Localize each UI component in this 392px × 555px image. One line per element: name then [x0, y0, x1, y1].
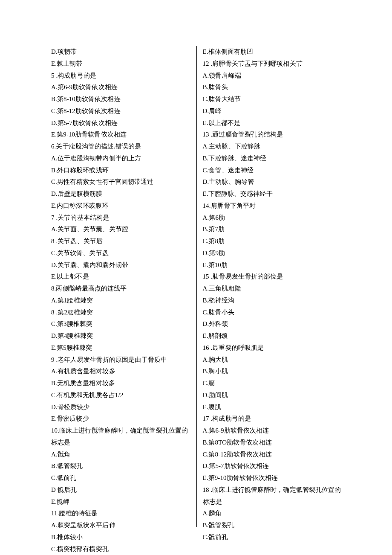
text-line: A.棘突呈板状水平后伸 — [51, 520, 190, 532]
text-line: B.外口称股环或浅环 — [51, 165, 190, 177]
text-line: 8.两侧髂嵴最高点的连线平 — [51, 283, 190, 295]
text-line: B.桡神经沟 — [203, 295, 342, 307]
text-line: 6.关于腹股沟管的描述,错误的是 — [51, 141, 190, 153]
text-line: A.第1腰椎棘突 — [51, 295, 190, 307]
text-line: A.骶角 — [51, 449, 190, 461]
text-line: C.男性有精索女性有子宫圆韧带通过 — [51, 176, 190, 188]
text-line: C.第8肋 — [203, 235, 342, 247]
left-column: D.项韧带E.棘上韧带5 .构成肋弓的是A.第6-9肋软骨依次相连B.第8-10… — [51, 46, 196, 529]
text-line: B.第8TO肋软骨依次相连 — [203, 437, 342, 449]
text-line: E.椎体侧面有肋凹 — [203, 46, 342, 58]
document-page: D.项韧带E.棘上韧带5 .构成肋弓的是A.第6-9肋软骨依次相连B.第8-10… — [0, 0, 392, 555]
text-line: A.有机质含量相对较多 — [51, 366, 190, 378]
text-line: B.骶管裂孔 — [51, 460, 190, 472]
text-line: 14.肩胛骨下角平对 — [203, 200, 342, 212]
text-line: D.关节囊、囊内和囊外韧带 — [51, 259, 190, 271]
text-line: C.第8-12肋软骨依次相连 — [51, 105, 190, 117]
text-line: D.肩峰 — [203, 105, 342, 117]
text-line: E.第9-10肋骨软骨依次相连 — [51, 129, 190, 141]
text-line: 12 .肩胛骨关节盂与下列哪项相关节 — [203, 58, 342, 70]
text-line: C.横突根部有横突孔 — [51, 543, 190, 555]
columns-container: D.项韧带E.棘上韧带5 .构成肋弓的是A.第6-9肋软骨依次相连B.第8-10… — [51, 46, 342, 529]
text-line: E.第10肋 — [203, 259, 342, 271]
text-line: A.第6-9肋软骨依次相连 — [51, 81, 190, 93]
text-line: 18 .临床上进行骶管麻醉时，确定骶管裂孔位置的标志是 — [203, 484, 342, 508]
text-line: D.第5-7肋软骨依次相连 — [203, 460, 342, 472]
text-line: 9 .老年人易发生骨折的原因是由于骨质中 — [51, 354, 190, 366]
text-line: E.骨密质较少 — [51, 413, 190, 425]
text-line: C.食管、迷走神经 — [203, 165, 342, 177]
text-line: B.第8-10肋软骨依次相连 — [51, 93, 190, 105]
text-line: D.第9肋 — [203, 247, 342, 259]
text-line: A.第6肋 — [203, 212, 342, 224]
text-line: E.第9-10肋骨软骨依次相连 — [203, 472, 342, 484]
text-line: E.骶岬 — [51, 496, 190, 508]
text-line: E.解剖颈 — [203, 330, 342, 342]
text-line: D.第5-7肋软骨依次相连 — [51, 117, 190, 129]
text-line: C.第3腰椎棘突 — [51, 318, 190, 330]
text-line: 10.临床上进行骶管麻醉时，确定骶管裂孔位置的标志是 — [51, 425, 190, 449]
text-line: C.骶前孔 — [203, 532, 342, 543]
text-line: A.主动脉、下腔静脉 — [203, 141, 342, 153]
text-line: 15 .肱骨易发生骨折的部位是 — [203, 271, 342, 283]
text-line: A.关节面、关节囊、关节腔 — [51, 224, 190, 235]
text-line: D.项韧带 — [51, 46, 190, 58]
text-line: B.椎体较小 — [51, 532, 190, 543]
text-line: D.肋间肌 — [203, 389, 342, 401]
text-line: A.麟角 — [203, 508, 342, 520]
text-line: D.第4腰椎棘突 — [51, 330, 190, 342]
text-line: C.关节软骨、关节盘 — [51, 247, 190, 259]
text-line: A.第6-9肋软骨依次相连 — [203, 425, 342, 437]
text-line: 13 .通过膈食管裂孔的结构是 — [203, 129, 342, 141]
text-line: D.主动脉、胸导管 — [203, 176, 342, 188]
text-line: A.三角肌粗隆 — [203, 283, 342, 295]
text-line: E.下腔静脉、交感神经干 — [203, 188, 342, 200]
text-line: B.肱骨头 — [203, 81, 342, 93]
text-line: E.以上都不是 — [51, 271, 190, 283]
text-line: B.胸小肌 — [203, 366, 342, 378]
text-line: D.外科颈 — [203, 318, 342, 330]
text-line: C.有机质和无机质各占1/2 — [51, 389, 190, 401]
text-line: E.腹肌 — [203, 401, 342, 413]
text-line: E.第5腰椎棘突 — [51, 342, 190, 354]
text-line: D 骶后孔 — [51, 484, 190, 496]
text-line: D.骨松质较少 — [51, 401, 190, 413]
text-line: A.锁骨肩峰端 — [203, 70, 342, 82]
text-line: E.棘上韧带 — [51, 58, 190, 70]
text-line: E.内口称深环或腹环 — [51, 200, 190, 212]
text-line: C.肱骨小头 — [203, 307, 342, 319]
text-line: 8 .第2腰椎棘突 — [51, 307, 190, 319]
text-line: B.第7肋 — [203, 224, 342, 235]
text-line: C.膈 — [203, 378, 342, 389]
text-line: D.后壁是腹横筋膜 — [51, 188, 190, 200]
text-line: C.骶前孔 — [51, 472, 190, 484]
text-line: B.下腔静脉、迷走神经 — [203, 153, 342, 165]
text-line: C.第8-12肋软骨依次相连 — [203, 449, 342, 461]
text-line: 7 .关节的基本结构是 — [51, 212, 190, 224]
text-line: E.以上都不是 — [203, 117, 342, 129]
right-column: E.椎体侧面有肋凹12 .肩胛骨关节盂与下列哪项相关节A.锁骨肩峰端B.肱骨头C… — [197, 46, 342, 529]
text-line: 17 .构成肋弓的是 — [203, 413, 342, 425]
text-line: C.肱骨大结节 — [203, 93, 342, 105]
text-line: A.位于腹股沟韧带内侧半的上方 — [51, 153, 190, 165]
text-line: 5 .构成肋弓的是 — [51, 70, 190, 82]
text-line: A.胸大肌 — [203, 354, 342, 366]
text-line: 11.腰椎的特征是 — [51, 508, 190, 520]
text-line: B.骶管裂孔 — [203, 520, 342, 532]
text-line: B.无机质含量相对较多 — [51, 378, 190, 389]
text-line: 8 .关节盘、关节唇 — [51, 235, 190, 247]
text-line: 16 .最重要的呼吸肌是 — [203, 342, 342, 354]
